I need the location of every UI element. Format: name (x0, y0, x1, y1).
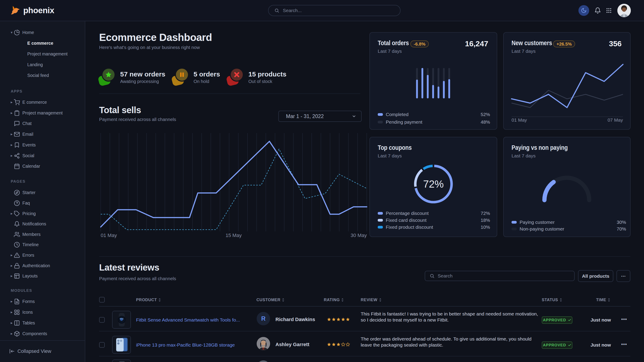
svg-text:30 May: 30 May (351, 233, 367, 238)
svg-text:01 May: 01 May (101, 233, 117, 238)
svg-text:01 May: 01 May (512, 117, 527, 122)
svg-text:72%: 72% (423, 178, 444, 190)
svg-text:09:41: 09:41 (120, 318, 124, 320)
svg-text:07 May: 07 May (608, 117, 623, 122)
svg-text:15 May: 15 May (226, 233, 242, 238)
